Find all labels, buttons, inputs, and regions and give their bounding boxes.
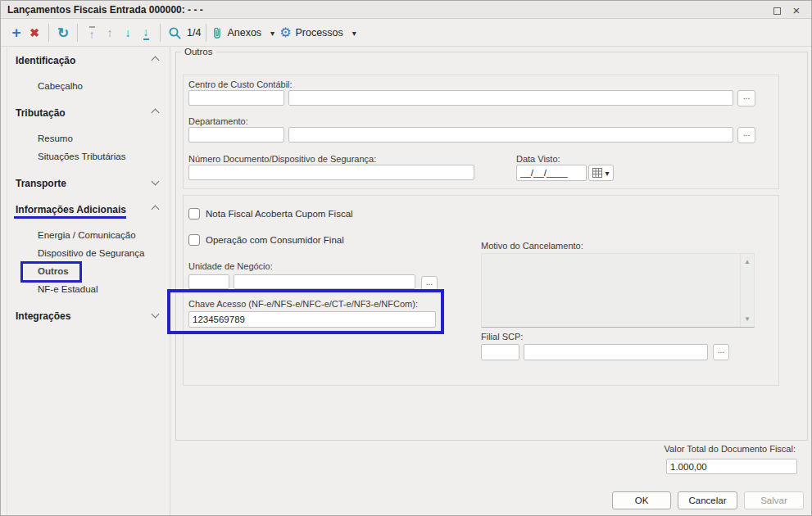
sidebar-section-identificacao[interactable]: Identificação (16, 55, 75, 66)
maximize-button[interactable] (770, 3, 783, 16)
unidade-negocio-desc-input[interactable] (234, 274, 415, 289)
section-label: Identificação (16, 55, 75, 66)
chevron-down-icon (152, 178, 160, 186)
motivo-cancelamento-label: Motivo do Cancelamento: (481, 241, 583, 251)
filial-scp-label: Filial SCP: (481, 332, 523, 342)
add-record-button[interactable]: + (7, 22, 25, 43)
anexos-caret-down-icon: ▾ (270, 29, 274, 38)
data-visto-input[interactable] (516, 165, 587, 181)
sidebar: Identificação Cabeçalho Tributação Resum… (1, 47, 170, 515)
anexos-button[interactable]: Anexos ▾ (211, 22, 279, 43)
search-icon (168, 26, 182, 40)
sidebar-item-energia-comunicacao[interactable]: Energia / Comunicação (38, 230, 136, 240)
processos-button[interactable]: ⚙ Processos ▾ (279, 22, 361, 43)
centro-custo-label: Centro de Custo Contábil: (188, 79, 293, 89)
previous-record-icon: ↑ (107, 27, 113, 38)
close-button[interactable]: × (790, 3, 803, 16)
sidebar-section-transporte[interactable]: Transporte (16, 178, 66, 189)
numero-doc-input[interactable] (188, 165, 474, 180)
centro-custo-code-input[interactable] (188, 90, 284, 106)
chevron-up-icon (152, 57, 160, 65)
toolbar: + ✖ ↻ ↑ ↑ ↓ ↓ 1/4 Anexos ▾ ⚙ Processos ▾ (1, 20, 811, 47)
filial-scp-desc-input[interactable] (524, 344, 708, 360)
consumidor-final-checkbox[interactable] (188, 234, 200, 246)
paperclip-icon (211, 26, 223, 40)
sidebar-item-outros[interactable]: Outros (38, 266, 69, 276)
first-record-button[interactable]: ↑ (83, 22, 101, 43)
data-visto-calendar-button[interactable]: ▾ (588, 165, 614, 181)
section-label: Integrações (16, 310, 70, 322)
sidebar-section-tributacao[interactable]: Tributação (16, 107, 66, 119)
processos-label: Processos (295, 27, 342, 38)
previous-record-button[interactable]: ↑ (101, 22, 119, 43)
section-label: Informações Adicionais (16, 204, 126, 215)
processos-caret-down-icon: ▾ (352, 29, 356, 38)
valor-total-input[interactable] (666, 459, 797, 474)
toolbar-separator (77, 24, 78, 42)
sidebar-item-resumo[interactable]: Resumo (38, 134, 73, 143)
sidebar-edge-line (7, 47, 7, 515)
chevron-up-icon (152, 206, 160, 214)
filial-scp-lookup-button[interactable]: ... (713, 344, 729, 360)
filial-scp-code-input[interactable] (481, 344, 519, 360)
chevron-down-icon (152, 310, 160, 319)
departamento-lookup-button[interactable]: ... (737, 127, 755, 143)
section-label: Tributação (16, 107, 66, 119)
departamento-desc-input[interactable] (288, 127, 733, 143)
consumidor-final-checkbox-label: Operação com Consumidor Final (206, 235, 344, 245)
first-record-icon: ↑ (89, 26, 95, 40)
last-record-icon: ↓ (143, 26, 149, 40)
titlebar: Lançamentos Fiscais Entrada 000000: - - … (1, 1, 811, 19)
fiscal-entry-window: Lançamentos Fiscais Entrada 000000: - - … (0, 0, 812, 516)
search-button[interactable] (166, 22, 184, 43)
record-indicator: 1/4 (187, 27, 201, 38)
centro-custo-lookup-button[interactable]: ... (737, 90, 755, 106)
maximize-icon (773, 7, 781, 15)
annotation-underline (14, 216, 126, 219)
textarea-scrollbar[interactable]: ▲ ▼ (740, 254, 754, 327)
close-icon: × (793, 3, 801, 17)
sidebar-item-nfe-estadual[interactable]: NF-e Estadual (38, 284, 98, 294)
last-record-button[interactable]: ↓ (137, 22, 155, 43)
refresh-icon: ↻ (57, 25, 69, 42)
scroll-down-icon[interactable]: ▼ (744, 315, 751, 323)
unidade-negocio-lookup-button[interactable]: ... (421, 276, 438, 291)
window-title: Lançamentos Fiscais Entrada 000000: - - … (7, 4, 203, 16)
gear-icon: ⚙ (279, 26, 291, 39)
toolbar-separator (206, 24, 206, 42)
toolbar-separator (48, 24, 49, 42)
panel-identificadores: Centro de Custo Contábil: ... Departamen… (183, 75, 779, 189)
sidebar-item-dispositivo-seguranca[interactable]: Dispositivo de Segurança (38, 248, 144, 258)
ok-button[interactable]: OK (612, 491, 671, 509)
unidade-negocio-code-input[interactable] (188, 274, 229, 289)
refresh-button[interactable]: ↻ (54, 22, 72, 43)
centro-custo-desc-input[interactable] (288, 90, 733, 106)
departamento-code-input[interactable] (188, 127, 284, 143)
chave-acesso-input[interactable] (188, 311, 436, 328)
salvar-button: Salvar (744, 491, 804, 509)
sidebar-item-cabecalho[interactable]: Cabeçalho (38, 81, 83, 91)
valor-total-label: Valor Total do Documento Fiscal: (665, 444, 796, 454)
anexos-label: Anexos (227, 27, 261, 38)
next-record-icon: ↓ (125, 27, 131, 38)
cancelar-button[interactable]: Cancelar (678, 491, 737, 509)
sidebar-section-integracoes[interactable]: Integrações (16, 310, 70, 322)
calendar-caret-down-icon: ▾ (605, 169, 609, 178)
calendar-icon (592, 168, 602, 178)
scroll-up-icon[interactable]: ▲ (744, 258, 751, 265)
sidebar-item-situacoes-tributarias[interactable]: Situações Tributárias (38, 152, 125, 161)
numero-doc-label: Número Documento/Dispositivo de Seguranç… (188, 154, 376, 164)
data-visto-label: Data Visto: (516, 154, 560, 164)
sidebar-section-informacoes-adicionais[interactable]: Informações Adicionais (16, 204, 126, 215)
chevron-up-icon (152, 109, 160, 117)
plus-icon: + (11, 25, 20, 41)
next-record-button[interactable]: ↓ (119, 22, 137, 43)
nota-fiscal-checkbox[interactable] (188, 208, 200, 220)
outros-group-title: Outros (181, 47, 216, 57)
unidade-negocio-label: Unidade de Negócio: (188, 261, 273, 271)
motivo-cancelamento-textarea[interactable]: ▲ ▼ (481, 253, 755, 328)
delete-record-button[interactable]: ✖ (25, 22, 43, 43)
delete-icon: ✖ (29, 26, 39, 39)
departamento-label: Departamento: (188, 116, 248, 126)
nota-fiscal-checkbox-label: Nota Fiscal Acoberta Cupom Fiscal (206, 209, 353, 219)
